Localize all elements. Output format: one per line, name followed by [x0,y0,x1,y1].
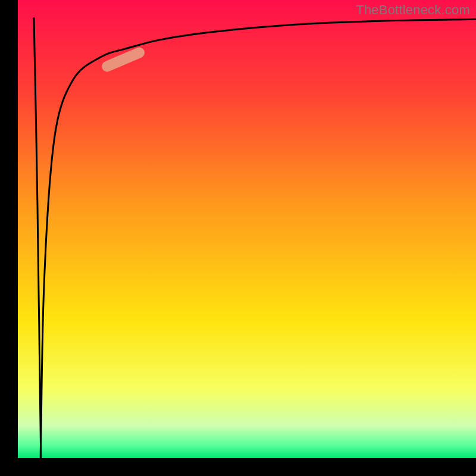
watermark: TheBottleneck.com [356,2,470,18]
gradient-background [18,0,476,458]
chart-svg [0,0,476,476]
y-axis-bar [0,0,18,476]
x-axis-bar [0,458,476,476]
plot-area [18,0,476,471]
chart-container: TheBottleneck.com [0,0,476,476]
